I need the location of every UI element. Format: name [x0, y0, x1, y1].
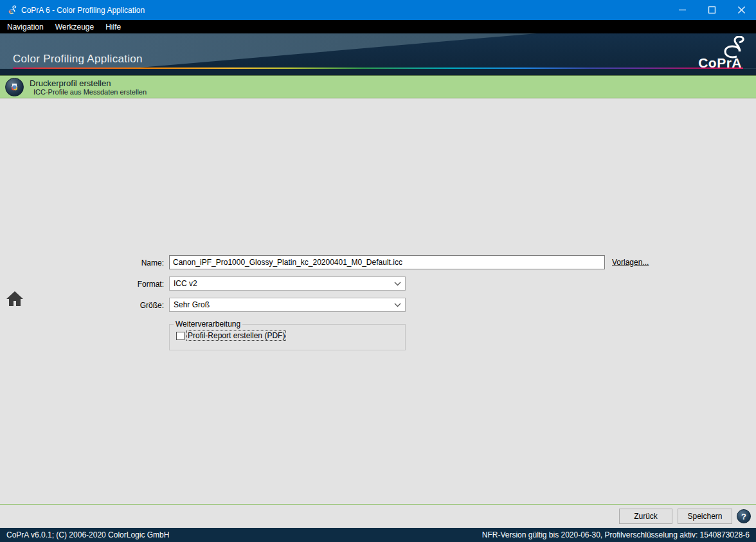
- close-button[interactable]: [726, 0, 756, 20]
- minimize-icon: [679, 6, 686, 14]
- format-select-value: ICC v2: [174, 279, 197, 288]
- header-bottom-strip: [0, 69, 756, 75]
- templates-link[interactable]: Vorlagen...: [612, 258, 649, 267]
- help-icon: ?: [741, 512, 746, 521]
- maximize-button[interactable]: [697, 0, 726, 20]
- format-label: Format:: [96, 280, 164, 289]
- maximize-icon: [708, 6, 716, 14]
- postprocessing-groupbox: Weiterverarbeitung Profil-Report erstell…: [169, 320, 406, 350]
- back-button[interactable]: Zurück: [619, 509, 672, 524]
- pdf-report-row: Profil-Report erstellen (PDF): [176, 331, 405, 340]
- status-license: NFR-Version gültig bis 2020-06-30, Profi…: [482, 530, 750, 539]
- header-title: Color Profiling Application: [13, 53, 143, 66]
- home-button[interactable]: [5, 289, 24, 309]
- rainbow-divider: [13, 68, 743, 69]
- menu-hilfe[interactable]: Hilfe: [100, 20, 127, 33]
- profile-name-input[interactable]: [169, 255, 605, 269]
- task-subtitle: ICC-Profile aus Messdaten erstellen: [33, 88, 147, 96]
- pdf-report-checkbox-label[interactable]: Profil-Report erstellen (PDF): [187, 331, 285, 340]
- size-label: Größe:: [96, 301, 164, 310]
- statusbar: CoPrA v6.0.1; (C) 2006-2020 ColorLogic G…: [0, 528, 756, 542]
- window-title: CoPrA 6 - Color Profiling Application: [21, 6, 145, 15]
- task-title: Druckerprofil erstellen: [30, 78, 147, 88]
- logo-text: CoPrA: [698, 55, 742, 71]
- main-content: Name: Vorlagen... Format: ICC v2 Größe: …: [0, 98, 756, 504]
- minimize-button[interactable]: [667, 0, 697, 20]
- copra-logo: CoPrA: [687, 36, 746, 72]
- header-banner: Color Profiling Application CoPrA: [0, 33, 756, 75]
- printer-profile-icon: [5, 78, 24, 96]
- task-banner: Druckerprofil erstellen ICC-Profile aus …: [0, 75, 756, 98]
- size-select[interactable]: Sehr Groß: [169, 298, 406, 312]
- footer: Zurück Speichern ?: [0, 505, 756, 528]
- app-window: CoPrA 6 - Color Profiling Application Na…: [0, 0, 756, 542]
- help-button[interactable]: ?: [737, 509, 751, 523]
- menu-werkzeuge[interactable]: Werkzeuge: [50, 20, 100, 33]
- name-label: Name:: [96, 258, 164, 267]
- menu-navigation[interactable]: Navigation: [1, 20, 50, 33]
- chevron-down-icon: [394, 282, 401, 286]
- home-icon: [6, 291, 24, 307]
- size-select-value: Sehr Groß: [174, 300, 210, 309]
- chevron-down-icon: [394, 303, 401, 307]
- status-version: CoPrA v6.0.1; (C) 2006-2020 ColorLogic G…: [6, 530, 169, 539]
- app-logo-icon: [6, 5, 17, 16]
- menubar: Navigation Werkzeuge Hilfe: [0, 20, 756, 33]
- format-select[interactable]: ICC v2: [169, 276, 406, 291]
- titlebar[interactable]: CoPrA 6 - Color Profiling Application: [0, 0, 756, 20]
- pdf-report-checkbox[interactable]: [176, 332, 184, 340]
- postprocessing-title: Weiterverarbeitung: [174, 320, 242, 329]
- task-text: Druckerprofil erstellen ICC-Profile aus …: [30, 78, 147, 96]
- save-button[interactable]: Speichern: [678, 509, 732, 524]
- close-icon: [738, 6, 745, 14]
